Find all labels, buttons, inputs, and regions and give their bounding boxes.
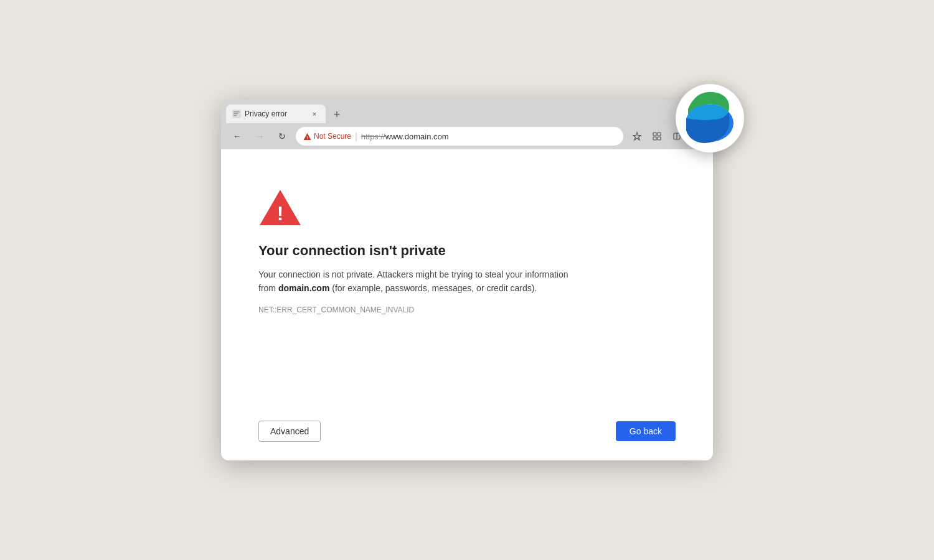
svg-text:!: ! [277, 202, 284, 225]
error-warning-icon: ! [258, 187, 302, 230]
svg-rect-11 [658, 137, 661, 140]
error-title: Your connection isn't private [258, 243, 446, 259]
tab-title: Privacy error [245, 110, 306, 118]
svg-rect-8 [653, 133, 656, 136]
not-secure-indicator: ! Not Secure [303, 132, 351, 141]
error-domain: domain.com [278, 283, 329, 293]
url-prefix: https:// [361, 132, 385, 141]
url-domain: www.domain.com [385, 132, 449, 141]
address-bar: ← → ↻ ! Not Secure | https://www.domain.… [221, 123, 713, 149]
back-button[interactable]: ← [229, 128, 246, 145]
error-description: Your connection is not private. Attacker… [258, 268, 570, 296]
go-back-button[interactable]: Go back [616, 421, 676, 441]
svg-rect-4 [234, 111, 240, 113]
favorites-button[interactable] [628, 128, 646, 145]
active-tab[interactable]: Privacy error × [226, 105, 326, 123]
error-body: ! Your connection isn't private Your con… [258, 174, 676, 408]
browser-window: Privacy error × + — ← → ↻ ! Not [221, 100, 713, 460]
tab-close-button[interactable]: × [309, 109, 319, 119]
address-field[interactable]: ! Not Secure | https://www.domain.com [296, 127, 623, 146]
warning-icon: ! [303, 133, 311, 141]
collections-button[interactable] [648, 128, 666, 145]
page-content: ! Your connection isn't private Your con… [221, 149, 713, 460]
browser-wrapper: Privacy error × + — ← → ↻ ! Not [221, 100, 713, 460]
error-desc-suffix: (for example, passwords, messages, or cr… [329, 283, 537, 293]
tab-bar: Privacy error × + — [221, 100, 713, 123]
svg-rect-6 [234, 115, 237, 116]
reload-button[interactable]: ↻ [273, 128, 291, 145]
tab-favicon [232, 110, 241, 118]
svg-rect-9 [658, 133, 661, 136]
address-divider: | [355, 131, 357, 141]
not-secure-label: Not Secure [314, 132, 351, 141]
svg-text:!: ! [306, 135, 308, 139]
svg-rect-10 [653, 137, 656, 140]
address-url: https://www.domain.com [361, 132, 449, 141]
advanced-button[interactable]: Advanced [258, 421, 321, 442]
edge-logo [672, 81, 747, 156]
button-row: Advanced Go back [258, 408, 676, 442]
browser-chrome: Privacy error × + — ← → ↻ ! Not [221, 100, 713, 149]
forward-button[interactable]: → [251, 128, 268, 145]
svg-rect-5 [234, 113, 238, 114]
new-tab-button[interactable]: + [328, 106, 346, 123]
error-code: NET::ERR_CERT_COMMON_NAME_INVALID [258, 306, 414, 314]
